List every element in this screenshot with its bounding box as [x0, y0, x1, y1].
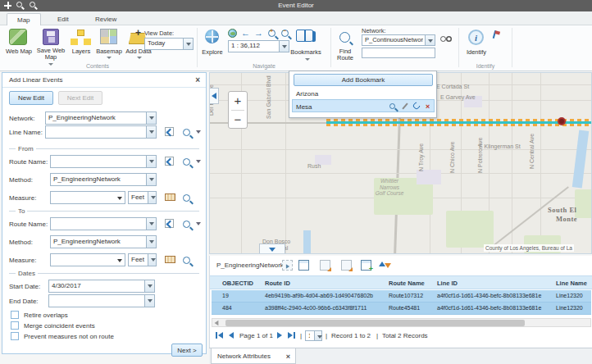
horizontal-scrollbar[interactable]: [212, 318, 591, 327]
line-name-dropdown[interactable]: [45, 125, 157, 139]
to-measure-input[interactable]: [50, 253, 125, 266]
bookmark-item-arizona[interactable]: Arizona: [296, 90, 318, 98]
table-row[interactable]: 19 4eb9419b-af9b-4d04-ab69-1d490476802b …: [212, 290, 591, 303]
zoom-to-line-icon[interactable]: [183, 129, 190, 136]
next-button[interactable]: Next >: [171, 344, 203, 357]
dropdown-arrow[interactable]: [148, 192, 156, 203]
to-route-name-dropdown[interactable]: [50, 217, 157, 230]
tab-close-icon[interactable]: ×: [286, 353, 290, 361]
collapse-table-handle[interactable]: [259, 243, 285, 254]
dropdown-arrow[interactable]: [148, 254, 156, 266]
measure-on-map-icon[interactable]: [165, 256, 175, 263]
bookmark-refresh-icon[interactable]: [412, 101, 421, 110]
dropdown-arrow[interactable]: [146, 126, 156, 138]
table-row[interactable]: 484 a398ff4c-2940-4c00-96b6-c6343f8f1711…: [212, 303, 591, 315]
from-measure-input[interactable]: [50, 191, 125, 204]
select-route-on-map-icon[interactable]: [165, 219, 174, 228]
network-dropdown[interactable]: P_ContinuousNetwork: [362, 34, 435, 46]
from-route-name-dropdown[interactable]: [50, 155, 157, 168]
start-date-dropdown[interactable]: 4/30/2017: [48, 280, 155, 293]
select-line-on-map-icon[interactable]: [165, 127, 174, 136]
sort-icon[interactable]: [379, 260, 390, 271]
from-unit-dropdown[interactable]: Feet: [128, 191, 157, 204]
dropdown-arrow[interactable]: [146, 218, 156, 230]
view-date-dropdown[interactable]: Today: [144, 38, 194, 50]
bookmark-zoom-icon[interactable]: [389, 103, 395, 109]
export-all-icon[interactable]: [341, 260, 352, 271]
network-arrow[interactable]: [425, 35, 435, 45]
zoom-to-measure-icon[interactable]: [183, 257, 190, 264]
zoom-to-measure-icon[interactable]: [183, 194, 190, 202]
dropdown-arrow[interactable]: [146, 174, 156, 185]
dropdown-arrow[interactable]: [146, 156, 156, 167]
prevent-measures-checkbox[interactable]: [11, 332, 19, 340]
to-method-dropdown[interactable]: P_EngineeringNetwork: [50, 235, 157, 248]
page-number-select[interactable]: 1: [305, 330, 322, 341]
end-date-dropdown[interactable]: [48, 294, 155, 307]
merge-coincident-checkbox[interactable]: [11, 321, 19, 330]
measure-caret-icon[interactable]: [117, 259, 122, 262]
column-header[interactable]: Route Name: [389, 280, 425, 287]
select-route-on-map-icon[interactable]: [165, 157, 174, 166]
zoom-in-icon[interactable]: +: [268, 30, 276, 37]
to-unit-dropdown[interactable]: Feet: [128, 253, 157, 266]
zoom-options-caret-icon[interactable]: [196, 222, 201, 225]
first-page-icon[interactable]: [218, 332, 223, 339]
previous-page-icon[interactable]: [229, 332, 234, 339]
bookmark-edit-icon[interactable]: [402, 102, 408, 109]
measure-on-map-icon[interactable]: [165, 193, 175, 201]
view-date-arrow[interactable]: [183, 39, 193, 49]
retire-overlaps-checkbox[interactable]: [11, 311, 19, 319]
dropdown-arrow[interactable]: [144, 280, 154, 292]
export-selected-icon[interactable]: [320, 260, 330, 271]
last-page-icon[interactable]: [288, 332, 293, 339]
dropdown-arrow[interactable]: [146, 112, 156, 124]
next-extent-icon[interactable]: →: [254, 29, 263, 38]
last-page-icon[interactable]: [294, 332, 295, 339]
network-dropdown[interactable]: P_EngineeringNetwork: [45, 111, 157, 125]
zoom-out-icon[interactable]: −: [281, 30, 289, 37]
scrollbar-thumb[interactable]: [225, 320, 525, 326]
new-edit-button[interactable]: New Edit: [9, 91, 53, 105]
previous-extent-icon[interactable]: ←: [241, 29, 250, 38]
map-zoom-in-button[interactable]: +: [229, 92, 247, 110]
dropdown-arrow[interactable]: [144, 295, 154, 307]
panel-close-icon[interactable]: ×: [195, 76, 200, 84]
column-header[interactable]: Line Name: [556, 280, 587, 287]
find-route-button[interactable]: Find Route: [333, 29, 357, 70]
tab-network-attributes[interactable]: Network Attributes ×: [211, 348, 296, 364]
scroll-left-icon[interactable]: [215, 321, 219, 325]
tab-review[interactable]: Review: [85, 13, 126, 25]
zoom-to-route-icon[interactable]: [183, 158, 190, 166]
add-table-icon[interactable]: +: [361, 260, 371, 271]
flag-icon[interactable]: [493, 30, 497, 39]
scale-arrow[interactable]: [279, 41, 289, 52]
collapse-panel-handle[interactable]: [210, 88, 219, 104]
dropdown-arrow[interactable]: [314, 331, 321, 340]
dropdown-arrow[interactable]: [146, 236, 156, 248]
first-page-icon[interactable]: [216, 332, 217, 339]
measure-caret-icon[interactable]: [117, 197, 122, 200]
binoculars-icon[interactable]: [440, 36, 446, 42]
column-header[interactable]: Line ID: [437, 280, 458, 287]
zoom-options-caret-icon[interactable]: [196, 160, 201, 163]
zoom-to-route-icon[interactable]: [183, 221, 190, 228]
find-route-input[interactable]: [362, 48, 435, 58]
scale-dropdown[interactable]: 1 : 36,112: [228, 40, 289, 52]
next-edit-button[interactable]: Next Edit: [58, 91, 102, 105]
add-bookmark-button[interactable]: Add Bookmark: [294, 74, 433, 86]
line-name-label: Line Name:: [9, 129, 43, 136]
from-method-dropdown[interactable]: P_EngineeringNetwork: [50, 173, 157, 186]
zoom-options-caret-icon[interactable]: [196, 130, 201, 134]
column-header[interactable]: OBJECTID: [222, 280, 253, 287]
next-page-icon[interactable]: [277, 332, 282, 339]
bookmark-item-mesa[interactable]: Mesa ×: [292, 99, 435, 112]
select-records-icon[interactable]: [282, 260, 293, 271]
tab-edit[interactable]: Edit: [48, 13, 79, 25]
column-header[interactable]: Route ID: [265, 280, 290, 287]
bookmark-delete-icon[interactable]: ×: [426, 103, 430, 111]
tab-map[interactable]: Map: [7, 13, 41, 25]
table-icon[interactable]: [298, 260, 309, 271]
full-extent-globe-icon[interactable]: [228, 29, 237, 38]
map-zoom-out-button[interactable]: −: [229, 111, 247, 129]
